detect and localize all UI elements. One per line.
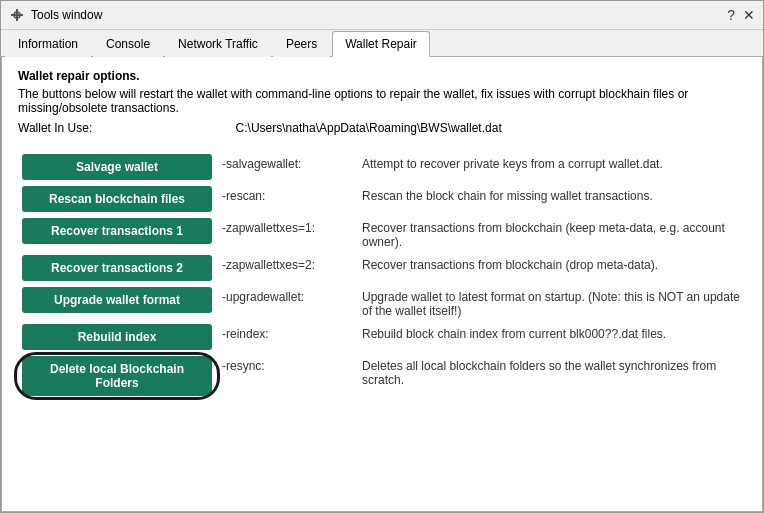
repair-command: -resync: [218,353,358,399]
wallet-path-row: Wallet In Use: C:\Users\natha\AppData\Ro… [18,121,746,135]
tab-peers[interactable]: Peers [273,31,330,57]
tab-information[interactable]: Information [5,31,91,57]
repair-description: The buttons below will restart the walle… [18,87,746,115]
repair-options-table: Salvage wallet-salvagewallet:Attempt to … [18,151,746,399]
section-title: Wallet repair options. [18,69,746,83]
help-button[interactable]: ? [727,7,735,23]
repair-btn-rebuild-index[interactable]: Rebuild index [22,324,212,350]
repair-command: -upgradewallet: [218,284,358,321]
repair-btn-salvage-wallet[interactable]: Salvage wallet [22,154,212,180]
wallet-in-use-label: Wallet In Use: [18,121,92,135]
repair-btn-recover-transactions-2[interactable]: Recover transactions 2 [22,255,212,281]
wallet-path-value: C:\Users\natha\AppData\Roaming\BWS\walle… [236,121,502,135]
repair-row: Recover transactions 2-zapwallettxes=2:R… [18,252,746,284]
window-title: Tools window [31,8,102,22]
repair-command: -salvagewallet: [218,151,358,183]
close-button[interactable]: ✕ [743,7,755,23]
repair-description: Recover transactions from blockchain (ke… [358,215,746,252]
repair-row: Recover transactions 1-zapwallettxes=1:R… [18,215,746,252]
repair-description: Recover transactions from blockchain (dr… [358,252,746,284]
title-bar-left: Tools window [9,7,102,23]
repair-row: Rebuild index-reindex:Rebuild block chai… [18,321,746,353]
tab-bar: Information Console Network Traffic Peer… [1,30,763,57]
repair-description: Rescan the block chain for missing walle… [358,183,746,215]
title-bar-controls: ? ✕ [727,7,755,23]
svg-rect-1 [16,9,18,21]
repair-description: Deletes all local blockchain folders so … [358,353,746,399]
repair-command: -rescan: [218,183,358,215]
tools-window: Tools window ? ✕ Information Console Net… [0,0,764,513]
wallet-repair-content: Wallet repair options. The buttons below… [1,57,763,512]
tab-console[interactable]: Console [93,31,163,57]
tools-icon [9,7,25,23]
tab-wallet-repair[interactable]: Wallet Repair [332,31,430,57]
repair-description: Upgrade wallet to latest format on start… [358,284,746,321]
repair-row: Upgrade wallet format-upgradewallet:Upgr… [18,284,746,321]
repair-btn-upgrade-wallet-format[interactable]: Upgrade wallet format [22,287,212,313]
repair-command: -reindex: [218,321,358,353]
repair-row: Rescan blockchain files-rescan:Rescan th… [18,183,746,215]
repair-description: Rebuild block chain index from current b… [358,321,746,353]
title-bar: Tools window ? ✕ [1,1,763,30]
repair-row: Delete local Blockchain Folders-resync:D… [18,353,746,399]
repair-command: -zapwallettxes=1: [218,215,358,252]
tab-network-traffic[interactable]: Network Traffic [165,31,271,57]
repair-row: Salvage wallet-salvagewallet:Attempt to … [18,151,746,183]
repair-btn-rescan-blockchain-files[interactable]: Rescan blockchain files [22,186,212,212]
delete-blockchain-button[interactable]: Delete local Blockchain Folders [22,356,212,396]
repair-command: -zapwallettxes=2: [218,252,358,284]
repair-btn-recover-transactions-1[interactable]: Recover transactions 1 [22,218,212,244]
repair-description: Attempt to recover private keys from a c… [358,151,746,183]
